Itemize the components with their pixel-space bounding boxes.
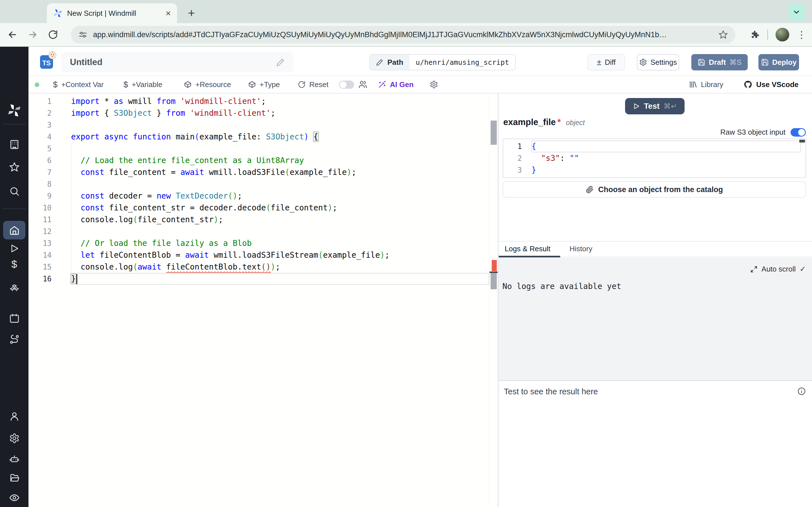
- json-arg-editor[interactable]: 123 { "s3": ""}: [503, 138, 806, 178]
- tab-logs-result[interactable]: Logs & Result: [505, 244, 550, 253]
- deploy-button[interactable]: Deploy: [758, 54, 799, 70]
- auto-scroll-control[interactable]: Auto scroll ✓: [750, 265, 806, 274]
- extensions-puzzle-icon[interactable]: [750, 30, 760, 40]
- info-icon[interactable]: [797, 387, 806, 395]
- line-number: 3: [503, 164, 522, 176]
- code-line[interactable]: console.log(file_content_str);: [71, 214, 489, 226]
- code-line[interactable]: // Load the entire file_content as a Uin…: [71, 155, 489, 166]
- json-content[interactable]: { "s3": ""}: [531, 140, 801, 176]
- diff-button[interactable]: ± Diff: [587, 54, 625, 70]
- active-tab-underline: [499, 256, 560, 258]
- sidebar-item-flows[interactable]: [0, 334, 29, 345]
- browser-chrome: New Script | Windmill × + app.windmill.d…: [0, 0, 812, 47]
- code-line[interactable]: }: [71, 273, 489, 285]
- code-line[interactable]: import * as wmill from 'windmill-client'…: [71, 96, 489, 107]
- use-vscode-button[interactable]: Use VScode: [744, 76, 799, 93]
- code-line[interactable]: let fileContentBlob = await wmill.loadS3…: [71, 249, 489, 261]
- browser-tab[interactable]: New Script | Windmill ×: [47, 3, 177, 23]
- code-line[interactable]: export async function main(example_file:…: [71, 131, 489, 143]
- tab-search-button[interactable]: [788, 3, 805, 21]
- add-variable-button[interactable]: $ +Variable: [123, 76, 162, 93]
- code-line[interactable]: [71, 143, 489, 155]
- sidebar-item-search[interactable]: [0, 186, 29, 196]
- code-line[interactable]: [71, 178, 489, 190]
- new-tab-button[interactable]: +: [184, 6, 199, 21]
- path-control[interactable]: Path u/henri/amusing_script: [369, 54, 516, 70]
- gear-icon: [430, 80, 438, 89]
- code-line[interactable]: // Or load the file lazily as a Blob: [71, 237, 489, 249]
- collaborators-indicator[interactable]: [359, 76, 367, 93]
- code-line[interactable]: const file_content = await wmill.loadS3F…: [71, 166, 489, 178]
- code-line[interactable]: [71, 226, 489, 237]
- path-edit-button[interactable]: Path: [370, 55, 409, 70]
- choose-object-button[interactable]: Choose an object from the catalog: [503, 181, 806, 198]
- back-button[interactable]: [6, 29, 18, 41]
- line-number: 2: [503, 152, 522, 164]
- divider: [767, 29, 768, 40]
- code-editor[interactable]: 12345678910111213141516 import * as wmil…: [29, 94, 498, 507]
- windmill-logo-icon[interactable]: [0, 103, 29, 118]
- sidebar-item-schedules[interactable]: [0, 313, 29, 324]
- sidebar-item-workspace[interactable]: [0, 139, 29, 150]
- draft-button[interactable]: Draft ⌘S: [691, 54, 748, 70]
- sidebar-item-audit-logs[interactable]: [0, 492, 29, 503]
- code-line[interactable]: {: [531, 140, 801, 152]
- kid-emoji-badge: [48, 51, 57, 60]
- code-line[interactable]: import { S3Object } from 'windmill-clien…: [71, 107, 489, 119]
- address-bar[interactable]: app.windmill.dev/scripts/add#JTdCJTIyaGF…: [71, 26, 735, 43]
- scrollbar-thumb[interactable]: [799, 140, 805, 143]
- code-content[interactable]: import * as wmill from 'windmill-client'…: [71, 96, 489, 285]
- code-line[interactable]: console.log(await fileContentBlob.text()…: [71, 261, 489, 273]
- sidebar-item-settings[interactable]: [0, 433, 29, 444]
- sidebar-item-home[interactable]: [3, 221, 26, 239]
- bookmark-star-icon[interactable]: [718, 30, 728, 40]
- line-number: 3: [29, 119, 52, 131]
- code-line[interactable]: [71, 119, 489, 131]
- test-button[interactable]: Test ⌘↵: [625, 98, 684, 114]
- screen: New Script | Windmill × + app.windmill.d…: [0, 0, 812, 507]
- use-vscode-label: Use VScode: [756, 80, 799, 89]
- scrollbar-thumb[interactable]: [491, 121, 497, 145]
- code-line[interactable]: const file_content_str = decoder.decode(…: [71, 202, 489, 214]
- code-line[interactable]: const decoder = new TextDecoder();: [71, 190, 489, 202]
- editor-scrollbar[interactable]: [489, 94, 498, 507]
- line-number: 14: [29, 249, 52, 261]
- ai-gen-label: AI Gen: [390, 80, 414, 89]
- scrollbar-thumb[interactable]: [491, 273, 497, 289]
- browser-menu-icon[interactable]: ⋮: [797, 29, 806, 40]
- multiplayer-toggle[interactable]: [339, 80, 354, 89]
- tab-history[interactable]: History: [569, 244, 592, 253]
- sidebar-item-runs[interactable]: [0, 243, 29, 253]
- sidebar-item-favorites[interactable]: [0, 162, 29, 172]
- robot-icon: [9, 453, 20, 464]
- forward-button[interactable]: [27, 29, 39, 41]
- sidebar-item-variables[interactable]: $: [0, 259, 29, 270]
- sidebar-item-user[interactable]: [0, 411, 29, 421]
- test-shortcut: ⌘↵: [663, 102, 677, 111]
- script-header: TS Untitled Path u/henri/amusing_script …: [29, 47, 812, 76]
- add-context-var-button[interactable]: $ +Context Var: [53, 76, 104, 93]
- sidebar-item-folders[interactable]: [0, 473, 29, 483]
- profile-avatar[interactable]: [775, 27, 790, 42]
- test-label: Test: [644, 102, 660, 111]
- library-button[interactable]: Library: [689, 76, 723, 93]
- reset-button[interactable]: Reset: [298, 76, 328, 93]
- line-number: 12: [29, 226, 52, 237]
- add-type-button[interactable]: +Type: [248, 76, 280, 93]
- code-line[interactable]: }: [531, 164, 801, 176]
- settings-button[interactable]: Settings: [637, 54, 679, 70]
- sidebar-item-resources[interactable]: [0, 282, 29, 292]
- editor-settings-button[interactable]: [430, 76, 438, 93]
- sidebar-item-workers[interactable]: [0, 453, 29, 464]
- line-number: 6: [29, 155, 52, 166]
- expand-icon: [750, 266, 758, 273]
- tab-close-icon[interactable]: ×: [165, 9, 171, 18]
- script-name-input[interactable]: Untitled: [61, 52, 293, 72]
- ai-gen-button[interactable]: AI Gen: [378, 76, 414, 93]
- reload-button[interactable]: [47, 29, 59, 41]
- raw-s3-toggle[interactable]: [791, 128, 806, 136]
- add-resource-button[interactable]: +Resource: [184, 76, 231, 93]
- line-number: 13: [29, 237, 52, 249]
- code-line[interactable]: "s3": "": [531, 152, 801, 164]
- result-panel: Test to see the result here: [499, 380, 812, 507]
